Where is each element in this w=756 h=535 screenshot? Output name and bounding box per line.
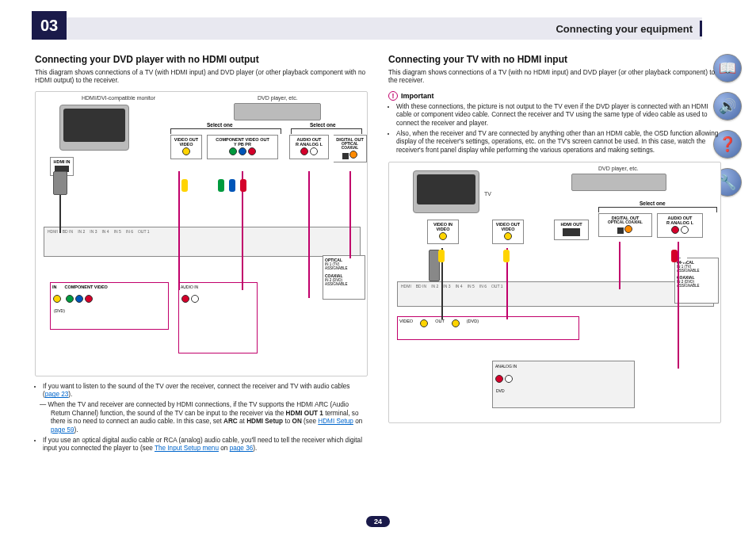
cable-analog [308, 171, 310, 298]
digital-out-box: DIGITAL OUT OPTICAL COAXIAL [334, 135, 367, 162]
recv-video-row-r: VIDEO OUT (DVD) [397, 316, 579, 340]
select-bracket-right [598, 207, 717, 212]
dvd-video-sub: VIDEO [494, 227, 521, 231]
input-setup-link[interactable]: The Input Setup menu [155, 445, 219, 452]
recv-in2-label: IN 2 (DVD) [325, 278, 342, 282]
analog-label: R ANALOG L [292, 142, 326, 147]
recv-dvd-label-r: (DVD) [467, 319, 479, 328]
select-one-audio: Select one [310, 122, 336, 128]
recv-in1-label: IN 1 (TV) [325, 262, 339, 266]
dvd-video-out-box: VIDEO OUT VIDEO [492, 220, 524, 244]
left-section-desc: This diagram shows connections of a TV (… [35, 68, 368, 85]
cable-analog-r [678, 242, 679, 369]
chapter-number: 03 [32, 11, 67, 40]
select-one-right: Select one [640, 201, 666, 206]
hdmi-setup-link[interactable]: HDMI Setup [318, 418, 353, 425]
recv-out-label-r: OUT [435, 319, 445, 328]
recv-hdmi-label-r: HDMI [401, 284, 411, 289]
monitor-label: HDMI/DVI-compatible monitor [82, 95, 155, 101]
recv-analog-section: ANALOG IN DVD [492, 361, 635, 408]
hdmi-out-box: HDMI OUT [554, 220, 589, 240]
dvd-device-right [571, 174, 666, 191]
left-column: Connecting your DVD player with no HDMI … [35, 54, 368, 455]
recv-video-section: INCOMPONENT VIDEO (DVD) [50, 282, 169, 330]
recv-comp-label: COMPONENT VIDEO [65, 285, 108, 289]
hdmi-out-label: HDMI OUT [556, 222, 586, 227]
important-header: ! Important [388, 91, 721, 101]
opt-coax-label: OPTICAL COAXIAL [335, 142, 365, 150]
digital-out-right: DIGITAL OUT OPTICAL COAXIAL [598, 213, 652, 237]
tv-video-sub: VIDEO [430, 227, 456, 231]
important-label: Important [401, 92, 434, 100]
receiver-hdmi-row-r: HDMIBD ININ 2IN 3IN 4IN 5IN 6OUT 1 [397, 281, 714, 307]
select-bracket-audio [291, 128, 362, 133]
audio-out-right: AUDIO OUT R ANALOG L [657, 213, 703, 238]
recv-out1-label: OUT 1 [138, 229, 150, 234]
dvd-label-right: DVD player, etc. [598, 166, 639, 171]
tv-label-right: TV [484, 191, 491, 197]
page-number: 24 [366, 516, 390, 527]
left-bullet-2: If you use an optical digital audio cabl… [43, 437, 368, 453]
recv-dvd-label: (DVD) [51, 308, 168, 313]
component-out-label: COMPONENT VIDEO OUT [209, 137, 276, 142]
cable-vid [178, 171, 180, 290]
dvd-label-left: DVD player, etc. [258, 95, 298, 101]
tv-device-right [413, 170, 479, 213]
recv-assignable2: ASSIGNABLE [325, 282, 363, 286]
audio-out-label: AUDIO OUT [292, 137, 326, 142]
recv-digital-in: OPTICAL IN 1 (TV) ASSIGNABLE COAXIAL IN … [323, 255, 365, 300]
video-out-label: VIDEO OUT [173, 137, 200, 142]
receiver-hdmi-row: HDMIBD ININ 2IN 3IN 4IN 5IN 6OUT 1 [44, 227, 361, 257]
left-bullets: If you want to listen to the sound of th… [35, 383, 368, 453]
opt-coax-label-r: OPTICAL COAXIAL [601, 220, 650, 224]
recv-digital-in-r: OPTICAL IN 1 (TV) ASSIGNABLE COAXIAL IN … [674, 258, 719, 304]
important-icon: ! [388, 91, 398, 101]
recv-assignable1: ASSIGNABLE [325, 266, 363, 270]
cable-digital-r [619, 242, 620, 289]
recv-assign2-r: ASSIGNABLE [677, 284, 716, 288]
page23-link[interactable]: page 23 [45, 391, 69, 398]
recv-hdmi-label: HDMI [48, 229, 58, 234]
chapter-title: Connecting your equipment [556, 17, 699, 40]
page59-link[interactable]: page 59 [51, 426, 74, 434]
tv-video-in-box: VIDEO IN VIDEO [427, 220, 459, 244]
tv-device [59, 105, 129, 151]
right-diagram: TV DVD player, etc. VIDEO IN VIDEO VIDEO… [388, 162, 721, 423]
digital-out-label: DIGITAL OUT [335, 137, 365, 142]
left-bullet-1: If you want to listen to the sound of th… [43, 383, 368, 399]
important-bullets: With these connections, the picture is n… [388, 103, 721, 155]
analog-in-label: ANALOG IN [495, 364, 517, 369]
cable-hdmi [59, 195, 61, 233]
cable-digital [349, 171, 351, 258]
right-section-desc: This diagram shows connections of a TV (… [388, 68, 721, 85]
video-out-box: VIDEO OUT VIDEO [170, 135, 202, 159]
select-one-video: Select one [207, 122, 233, 128]
component-out-box: COMPONENT VIDEO OUT Y PB PR [207, 135, 278, 159]
important-bullet-1: With these connections, the picture is n… [396, 103, 721, 128]
tv-video-in-label: VIDEO IN [430, 222, 456, 227]
page36-link[interactable]: page 36 [230, 445, 254, 452]
hdmi-in-label: HDMI IN [52, 159, 71, 164]
select-bracket-video [170, 128, 281, 133]
ypbpr-label: Y PB PR [209, 142, 276, 147]
recv-assign1-r: ASSIGNABLE [677, 269, 716, 273]
analog-label-r: R ANALOG L [659, 220, 701, 225]
dvd-device-left [234, 103, 321, 120]
video-sub-label: VIDEO [173, 142, 200, 147]
left-section-title: Connecting your DVD player with no HDMI … [35, 54, 368, 65]
hdmi-connector [53, 171, 67, 195]
left-diagram: HDMI/DVI-compatible monitor HDMI IN DVD … [35, 91, 368, 376]
recv-audio-section: AUDIO IN [178, 282, 258, 353]
right-section-title: Connecting your TV with no HDMI input [388, 54, 721, 65]
important-bullet-2: Also, when the receiver and TV are conne… [396, 130, 721, 155]
left-bullet-1-sub: When the TV and receiver are connected b… [43, 401, 368, 435]
right-column: Connecting your TV with no HDMI input Th… [388, 54, 721, 423]
dvd-video-out-label: VIDEO OUT [494, 222, 521, 227]
audio-out-box: AUDIO OUT R ANALOG L [289, 135, 329, 159]
recv-video-label-r: VIDEO [399, 319, 413, 328]
